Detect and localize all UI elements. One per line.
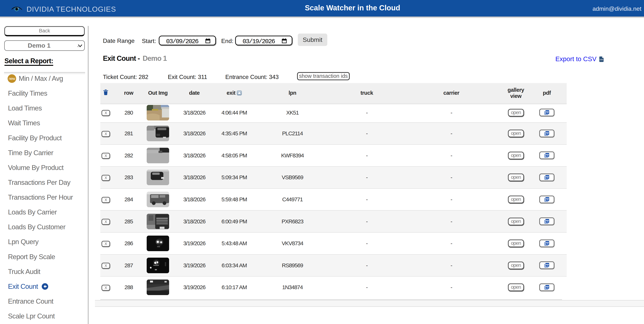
svg-text:CSV: CSV	[600, 59, 603, 61]
